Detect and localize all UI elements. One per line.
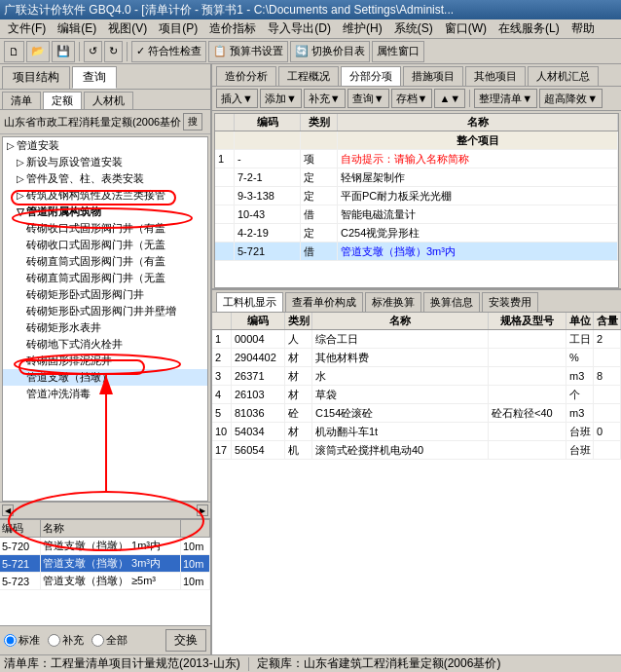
switch-price-button[interactable]: 🔄 切换价目表 [290, 41, 370, 62]
cell-code: 26371 [232, 367, 285, 385]
open-button[interactable]: 📂 [26, 41, 50, 62]
grid-row[interactable]: 4 26103 材 草袋 个 [212, 386, 621, 404]
cell-num: 1 [215, 150, 235, 168]
height-reduction-button[interactable]: 超高降效▼ [539, 89, 603, 108]
tree-area[interactable]: ▷管道安装 ▷新设与原设管道安装 ▷管件及管、柱、表类安装 ▷砖筑及钢构筑性及法… [2, 136, 208, 502]
nav-left[interactable]: ◀ [2, 504, 14, 516]
grid-row[interactable]: 2 2904402 材 其他材料费 % [212, 349, 621, 367]
tab-materials-display[interactable]: 工料机显示 [216, 292, 283, 312]
list-item[interactable]: 5-721 管道支墩（挡墩） 3m³内 10m [0, 555, 210, 573]
grid-row[interactable]: 10 54034 材 机动翻斗车1t 台班 0 [212, 423, 621, 441]
tab-measures[interactable]: 措施项目 [403, 66, 463, 86]
grid-row[interactable]: 4-2-19 定 C254视觉异形柱 [215, 224, 618, 243]
tab-conversion-info[interactable]: 换算信息 [423, 292, 480, 312]
col-code-header: 编码 [235, 114, 301, 131]
grid-row[interactable]: 17 56054 机 滚筒式砼搅拌机电动40 台班 [212, 441, 621, 460]
grid-row[interactable]: 7-2-1 定 轻钢屋架制作 [215, 168, 618, 187]
title-text: 广联达计价软件 GBQ4.0 - [清单计价 - 预算书1 - C:\Docum… [4, 2, 454, 19]
archive-button[interactable]: 存档▼ [391, 89, 433, 108]
cell-name: 机动翻斗车1t [312, 423, 489, 440]
tab-standard-conversion[interactable]: 标准换算 [365, 292, 421, 312]
tree-item-drain-well[interactable]: 砖砌固形排泥泥井 [3, 353, 207, 369]
grid-row[interactable]: 1 - 项 自动提示：请输入名称简称 [215, 150, 618, 168]
tree-item-valve-well-1[interactable]: 砖砌收口式固形阀门井（有盖 [3, 220, 207, 237]
properties-button[interactable]: 属性窗口 [372, 41, 424, 62]
cell-name: 水 [312, 367, 489, 385]
radio-supplement[interactable]: 补充 [48, 633, 84, 648]
exchange-button[interactable]: 交换 [165, 629, 206, 652]
save-button[interactable]: 💾 [52, 41, 75, 62]
right-grid: 编码 类别 名称 整个项目 1 - 项 [214, 113, 619, 288]
radio-all[interactable]: 全部 [91, 633, 128, 648]
grid-row[interactable]: 10-43 借 智能电磁流量计 [215, 205, 618, 224]
tab-materials-summary[interactable]: 人材机汇总 [528, 66, 599, 86]
cell-code: 9-3-138 [235, 187, 301, 205]
list-item[interactable]: 5-723 管道支墩（挡墩） ≥5m³ 10m [0, 573, 210, 590]
add-button[interactable]: 添加▼ [260, 89, 302, 108]
sub-tab-materials[interactable]: 人材机 [84, 92, 133, 109]
tab-unit-price-composition[interactable]: 查看单价构成 [285, 292, 363, 312]
tree-item-water-meter-well[interactable]: 砖砌矩形水表井 [3, 319, 207, 336]
menu-project[interactable]: 项目(P) [153, 19, 203, 38]
cell-num: 17 [212, 441, 232, 459]
grid-row[interactable]: 1 00004 人 综合工日 工日 2 [212, 330, 621, 349]
menu-system[interactable]: 系统(S) [388, 19, 439, 38]
tab-pricing-analysis[interactable]: 造价分析 [216, 66, 276, 86]
tree-item-fittings[interactable]: ▷管件及管、柱、表类安装 [3, 170, 207, 187]
tree-item-new-pipe[interactable]: ▷新设与原设管道安装 [3, 154, 207, 170]
tree-item-hydrant-well[interactable]: 砖砌地下式消火栓井 [3, 336, 207, 353]
cell-spec [489, 423, 566, 440]
cell-num [215, 168, 235, 186]
tab-project-structure[interactable]: 项目结构 [2, 66, 70, 89]
tree-item-pipe-support[interactable]: 管道支墩（挡墩） [3, 369, 207, 386]
tree-item-pipe-attach[interactable]: ▽管道附属构筑物 [3, 204, 207, 220]
col-qty-header: 含量 [594, 313, 621, 329]
search-button[interactable]: 搜 [183, 113, 202, 131]
menu-maintenance[interactable]: 维护(H) [337, 19, 388, 38]
grid-row[interactable]: 整个项目 [215, 131, 618, 150]
menu-online[interactable]: 在线服务(L) [493, 19, 566, 38]
organize-list-button[interactable]: 整理清单▼ [474, 89, 537, 108]
tree-item-valve-well-4[interactable]: 砖砌直筒式固形阀门井（无盖 [3, 270, 207, 286]
menu-edit[interactable]: 编辑(E) [52, 19, 102, 38]
tree-item-valve-well-3[interactable]: 砖砌直筒式固形阀门井（有盖 [3, 253, 207, 270]
col-num-header [212, 313, 232, 329]
compliance-check-button[interactable]: ✓ 符合性检查 [131, 41, 206, 62]
tab-project-overview[interactable]: 工程概况 [278, 66, 339, 86]
insert-button[interactable]: 插入▼ [216, 89, 258, 108]
undo-button[interactable]: ↺ [84, 41, 102, 62]
redo-button[interactable]: ↻ [104, 41, 123, 62]
menu-pricing[interactable]: 造价指标 [203, 19, 262, 38]
grid-row[interactable]: 3 26371 材 水 m3 8 [212, 367, 621, 386]
tab-bill-of-quantities[interactable]: 分部分项 [341, 66, 401, 86]
tab-query[interactable]: 查询 [72, 66, 117, 89]
tree-item-pipe-install[interactable]: ▷管道安装 [3, 137, 207, 154]
query-button[interactable]: 查询▼ [347, 89, 389, 108]
menu-view[interactable]: 视图(V) [102, 19, 153, 38]
grid-row[interactable]: 5-721 借 管道支墩（挡墩）3m³内 [215, 243, 618, 261]
tree-item-rect-valve-well[interactable]: 砖砌矩形卧式固形阀门井 [3, 286, 207, 303]
sub-tab-quota[interactable]: 清单 [2, 92, 41, 109]
menu-window[interactable]: 窗口(W) [439, 19, 493, 38]
sub-tab-fixed[interactable]: 定额 [43, 92, 82, 109]
new-button[interactable]: 🗋 [4, 41, 24, 62]
tree-item-pipe-flush[interactable]: 管道冲洗消毒 [3, 386, 207, 402]
grid-row[interactable]: 5 81036 砼 C154砼滚砼 砼石粒径<40 m3 [212, 404, 621, 423]
list-item[interactable]: 5-720 管道支墩（挡墩） 1m³内 10m [0, 538, 210, 555]
menu-file[interactable]: 文件(F) [2, 19, 52, 38]
budget-settings-button[interactable]: 📋 预算书设置 [208, 41, 288, 62]
supplement-button[interactable]: 补充▼ [304, 89, 346, 108]
bottom-list: 编码 名称 5-720 管道支墩（挡墩） 1m³内 10m 5-721 管道支墩… [0, 518, 210, 654]
tab-other-items[interactable]: 其他项目 [465, 66, 526, 86]
grid-row[interactable]: 9-3-138 定 平面PC耐力板采光光棚 [215, 187, 618, 205]
tab-installation-fee[interactable]: 安装费用 [482, 292, 538, 312]
nav-right[interactable]: ▶ [197, 504, 208, 516]
cell-name: 管道支墩（挡墩） 1m³内 [41, 538, 181, 554]
tree-item-rect-valve-wall[interactable]: 砖砌矩形卧式固形阀门井并壁增 [3, 303, 207, 319]
move-button[interactable]: ▲▼ [434, 89, 465, 108]
tree-item-brick[interactable]: ▷砖筑及钢构筑性及法兰类接管 [3, 187, 207, 204]
radio-standard[interactable]: 标准 [4, 633, 40, 648]
tree-item-valve-well-2[interactable]: 砖砌收口式固形阀门井（无盖 [3, 237, 207, 253]
menu-import-export[interactable]: 导入导出(D) [262, 19, 337, 38]
menu-help[interactable]: 帮助 [566, 19, 601, 38]
